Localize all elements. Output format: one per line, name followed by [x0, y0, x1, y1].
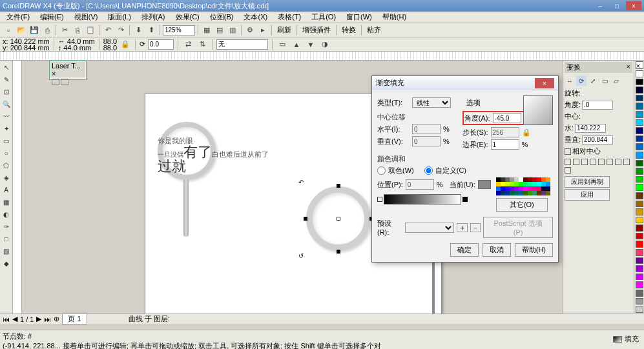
position-tab-icon[interactable]: ↔	[565, 75, 575, 86]
snap-icon[interactable]: ▦	[201, 25, 213, 36]
polygon-tool-icon[interactable]: ⬠	[1, 160, 12, 170]
last-page-icon[interactable]: ⏭	[44, 315, 51, 323]
palette-cell[interactable]	[514, 177, 519, 182]
anchor-tc[interactable]	[573, 159, 579, 165]
palette-cell[interactable]	[505, 177, 510, 182]
menu-window[interactable]: 窗口(W)	[342, 12, 376, 22]
color-swatch[interactable]	[636, 298, 643, 305]
palette-cell[interactable]	[496, 191, 501, 195]
menu-layout[interactable]: 版面(L)	[104, 12, 134, 22]
palette-cell[interactable]	[505, 182, 510, 186]
preset-add-button[interactable]: +	[457, 223, 467, 232]
first-page-icon[interactable]: ⏮	[3, 315, 10, 323]
color-swatch[interactable]	[636, 95, 643, 102]
eyedropper-icon[interactable]: ✑	[1, 221, 12, 232]
outline-tool-icon[interactable]: □	[1, 234, 12, 244]
undo-icon[interactable]: ↶	[102, 25, 114, 36]
magnifier-object-2-selected[interactable]: ↶ ↷ ↺ ↻	[306, 186, 371, 251]
palette-cell[interactable]	[532, 177, 537, 182]
menu-help[interactable]: 帮助(H)	[379, 12, 410, 22]
menu-view[interactable]: 视图(V)	[70, 12, 102, 22]
palette-cell[interactable]	[528, 191, 532, 195]
color-swatch[interactable]	[636, 152, 643, 159]
dialog-close-button[interactable]: ×	[535, 78, 554, 88]
menu-file[interactable]: 文件(F)	[3, 12, 34, 22]
scale-y[interactable]: 88.0	[103, 45, 117, 51]
palette-cell[interactable]	[532, 191, 537, 195]
anchor-br[interactable]	[565, 167, 571, 174]
palette-cell[interactable]	[541, 177, 546, 182]
zoom-input[interactable]	[163, 25, 195, 35]
anchor-tl[interactable]	[565, 159, 571, 165]
tb-plugin[interactable]: 增强插件	[300, 25, 333, 35]
color-swatch[interactable]	[636, 86, 643, 94]
interactive-fill-icon[interactable]: ◆	[1, 258, 12, 268]
color-swatch[interactable]	[636, 224, 643, 232]
page-tab[interactable]: 页 1	[62, 314, 87, 324]
grid-icon[interactable]: ▤	[214, 25, 225, 36]
close-button[interactable]: ×	[626, 1, 641, 10]
color-swatch[interactable]	[636, 160, 643, 167]
palette-cell[interactable]	[546, 186, 550, 191]
float-tab-close[interactable]: ×	[52, 70, 56, 77]
palette-cell[interactable]	[528, 186, 532, 191]
ok-button[interactable]: 确定	[450, 243, 479, 257]
preset-select[interactable]	[405, 223, 455, 233]
rotate-tab-icon[interactable]: ⟳	[576, 75, 587, 86]
palette-cell[interactable]	[528, 177, 532, 182]
import-icon[interactable]: ⬇	[132, 25, 144, 36]
apply-duplicate-button[interactable]: 应用到再制	[565, 176, 610, 188]
skew-tab-icon[interactable]: ▱	[611, 75, 621, 86]
tb-snap[interactable]: 粘齐	[364, 25, 384, 35]
relative-checkbox[interactable]	[565, 148, 571, 155]
color-swatch[interactable]	[636, 135, 643, 143]
mirror-h-icon[interactable]: ⇄	[182, 39, 194, 50]
apply-button[interactable]: 应用	[565, 189, 610, 201]
current-swatch[interactable]	[478, 180, 491, 189]
palette-cell[interactable]	[501, 177, 505, 182]
to-back-icon[interactable]: ▼	[305, 39, 317, 50]
palette-cell[interactable]	[541, 191, 546, 195]
palette-cell[interactable]	[523, 186, 528, 191]
center-y-input[interactable]	[582, 135, 613, 145]
palette-cell[interactable]	[514, 182, 519, 186]
palette-cell[interactable]	[510, 182, 514, 186]
save-icon[interactable]: 💾	[28, 25, 40, 36]
rotation-handle-icon[interactable]: ↶	[298, 179, 305, 185]
angle-input[interactable]	[582, 101, 613, 110]
palette-cell[interactable]	[537, 182, 541, 186]
palette-cell[interactable]	[532, 186, 537, 191]
maximize-button[interactable]: □	[609, 1, 625, 10]
menu-edit[interactable]: 编辑(E)	[36, 12, 68, 22]
new-icon[interactable]: ▫	[3, 25, 14, 36]
palette-cell[interactable]	[528, 182, 532, 186]
palette-cell[interactable]	[501, 186, 505, 191]
anchor-bc[interactable]	[623, 159, 630, 165]
palette-cell[interactable]	[496, 182, 501, 186]
pick-tool-icon[interactable]: ↖	[1, 62, 12, 72]
palette-cell[interactable]	[541, 182, 546, 186]
palette-cell[interactable]	[519, 191, 523, 195]
cut-icon[interactable]: ✂	[59, 25, 70, 36]
fill-indicator-icon[interactable]	[613, 336, 622, 343]
lock-step-icon[interactable]: 🔒	[522, 128, 531, 137]
magnifier-2-handle[interactable]	[432, 257, 435, 314]
gradient-node-end[interactable]	[462, 197, 468, 202]
menu-tools[interactable]: 工具(O)	[307, 12, 340, 22]
color-swatch[interactable]	[636, 168, 643, 175]
palette-cell[interactable]	[505, 191, 510, 195]
preset-remove-button[interactable]: −	[470, 223, 481, 232]
palette-cell[interactable]	[510, 177, 514, 182]
menu-bitmap[interactable]: 位图(B)	[206, 12, 238, 22]
paste-icon[interactable]: 📋	[85, 25, 96, 36]
color-swatch[interactable]	[636, 192, 643, 199]
color-swatch[interactable]	[636, 217, 643, 224]
menu-effects[interactable]: 效果(C)	[172, 12, 203, 22]
palette-cell[interactable]	[523, 191, 528, 195]
color-swatch[interactable]	[636, 103, 643, 110]
color-swatch[interactable]	[636, 208, 643, 215]
selection-handle[interactable]	[304, 217, 307, 221]
docker-close-icon[interactable]: ×	[627, 63, 630, 72]
edge-input[interactable]	[491, 139, 519, 150]
tb-refresh[interactable]: 刷新	[275, 25, 294, 35]
